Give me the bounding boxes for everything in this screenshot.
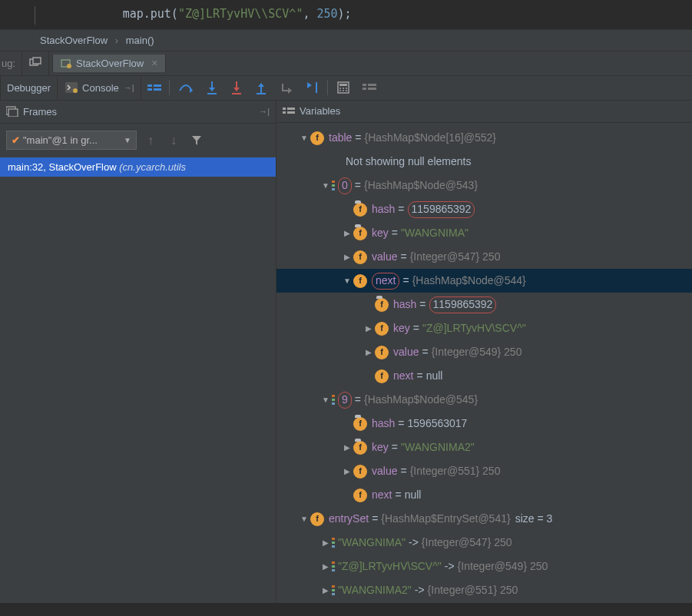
tree-node-hash[interactable]: f hash = 1596563017 bbox=[276, 412, 692, 436]
svg-rect-31 bbox=[283, 108, 286, 110]
tree-node-next[interactable]: f next = null bbox=[276, 364, 692, 388]
svg-rect-7 bbox=[147, 88, 152, 91]
expand-icon[interactable] bbox=[320, 585, 332, 596]
var-value: null bbox=[405, 488, 422, 503]
tree-node-entryset[interactable]: f entrySet = {HashMap$EntrySet@541} size… bbox=[276, 507, 692, 531]
debug-run-tab[interactable]: StackOverFlow × bbox=[52, 55, 166, 72]
run-to-cursor-icon bbox=[306, 81, 320, 94]
tree-node-entry[interactable]: "Z@]LRTyvHV\SCV^" -> {Integer@549} 250 bbox=[276, 555, 692, 578]
force-step-into-button[interactable] bbox=[224, 75, 249, 100]
field-icon: f bbox=[375, 298, 389, 312]
tree-node-next[interactable]: f next = null bbox=[276, 483, 692, 507]
filter-button[interactable] bbox=[187, 131, 206, 150]
var-size: size = 3 bbox=[515, 512, 553, 527]
stack-frame-main: main:32, StackOverFlow bbox=[8, 161, 117, 173]
var-value: "Z@]LRTyvHV\SCV^" bbox=[422, 321, 526, 336]
expand-icon[interactable] bbox=[320, 561, 332, 572]
tree-node-hash[interactable]: f hash = 1159865392 bbox=[276, 293, 692, 316]
window-icon[interactable] bbox=[22, 51, 49, 75]
tree-node-next-selected[interactable]: f next = {HashMap$Node@544} bbox=[276, 269, 692, 293]
var-value: 1596563017 bbox=[408, 416, 468, 432]
var-name: value bbox=[372, 250, 397, 265]
expand-icon[interactable] bbox=[363, 347, 375, 358]
expand-icon[interactable] bbox=[341, 442, 353, 453]
expand-icon[interactable] bbox=[341, 276, 353, 286]
tab-debugger-label: Debugger bbox=[7, 82, 51, 94]
breadcrumb-class[interactable]: StackOverFlow bbox=[40, 35, 108, 46]
trace-icon bbox=[363, 82, 376, 93]
tree-node-key[interactable]: f key = "WANGNIMA2" bbox=[276, 436, 692, 459]
tree-node-table[interactable]: f table = {HashMap$Node[16]@552} bbox=[276, 126, 692, 150]
svg-rect-27 bbox=[368, 84, 376, 86]
layout-icon bbox=[147, 82, 161, 93]
tree-node-value[interactable]: f value = {Integer@549} 250 bbox=[276, 340, 692, 364]
breadcrumb-method[interactable]: main() bbox=[126, 35, 154, 46]
tab-debugger[interactable]: Debugger bbox=[0, 75, 58, 100]
force-step-into-icon bbox=[230, 81, 243, 94]
var-value: 1159865392 bbox=[408, 201, 475, 218]
expand-icon[interactable] bbox=[341, 228, 353, 239]
field-icon: f bbox=[375, 369, 389, 383]
svg-rect-34 bbox=[287, 111, 295, 114]
field-icon: f bbox=[353, 488, 367, 502]
tree-node-entry[interactable]: "WANGNIMA2" -> {Integer@551} 250 bbox=[276, 578, 692, 602]
step-over-button[interactable] bbox=[172, 75, 200, 100]
expand-icon[interactable] bbox=[341, 252, 353, 263]
step-over-icon bbox=[178, 81, 194, 94]
array-index-icon bbox=[332, 180, 335, 190]
expand-icon[interactable] bbox=[320, 538, 332, 548]
svg-rect-18 bbox=[339, 84, 347, 86]
close-icon[interactable]: × bbox=[151, 58, 157, 68]
tree-node-entry[interactable]: "WANGNIMA" -> {Integer@547} 250 bbox=[276, 531, 692, 555]
tree-node-index-9[interactable]: 9 = {HashMap$Node@545} bbox=[276, 388, 692, 412]
expand-icon[interactable] bbox=[341, 466, 353, 477]
thread-selector[interactable]: ✔ "main"@1 in gr... ▼ bbox=[6, 131, 137, 150]
field-icon: f bbox=[353, 203, 367, 217]
step-out-icon bbox=[255, 81, 267, 94]
tree-node-key[interactable]: f key = "WANGNIMA" bbox=[276, 221, 692, 245]
entry-value: {Integer@547} 250 bbox=[422, 535, 512, 551]
code-editor-slice: map.put("Z@]LRTyvHV\\SCV^", 250); bbox=[0, 0, 692, 30]
run-icon bbox=[61, 58, 71, 68]
var-name: key bbox=[372, 226, 389, 241]
frame-down-button[interactable]: ↓ bbox=[164, 131, 183, 150]
tree-node-hash[interactable]: f hash = 1159865392 bbox=[276, 197, 692, 221]
tree-node-value[interactable]: f value = {Integer@547} 250 bbox=[276, 245, 692, 269]
tree-node-index-0[interactable]: 0 = {HashMap$Node@543} bbox=[276, 174, 692, 197]
step-into-button[interactable] bbox=[200, 75, 224, 100]
expand-icon[interactable] bbox=[298, 133, 310, 144]
array-index-icon bbox=[332, 395, 335, 405]
step-out-button[interactable] bbox=[249, 75, 273, 100]
var-value: "WANGNIMA2" bbox=[401, 440, 475, 455]
frames-controls: ✔ "main"@1 in gr... ▼ ↑ ↓ bbox=[0, 124, 276, 157]
run-to-cursor-button[interactable] bbox=[300, 75, 326, 100]
svg-rect-30 bbox=[8, 109, 18, 117]
var-value: "WANGNIMA" bbox=[401, 226, 469, 241]
tree-node-info: Not showing null elements bbox=[276, 150, 692, 174]
field-icon: f bbox=[353, 441, 367, 455]
tree-node-key[interactable]: f key = "Z@]LRTyvHV\SCV^" bbox=[276, 316, 692, 340]
evaluate-button[interactable] bbox=[330, 75, 356, 100]
pin-icon[interactable]: →| bbox=[124, 83, 134, 92]
toolbar-layout-button[interactable] bbox=[141, 75, 167, 100]
arrow-label: -> bbox=[412, 583, 428, 598]
expand-icon[interactable] bbox=[320, 395, 332, 406]
var-value: {HashMap$Node@544} bbox=[412, 273, 526, 289]
code-line: map.put("Z@]LRTyvHV\\SCV^", 250); bbox=[46, 7, 352, 21]
trace-button[interactable] bbox=[356, 75, 382, 100]
expand-icon[interactable] bbox=[298, 514, 310, 525]
tab-console[interactable]: Console →| bbox=[58, 75, 141, 100]
drop-frame-button[interactable] bbox=[273, 75, 300, 100]
array-index-icon bbox=[332, 561, 335, 571]
breadcrumb[interactable]: StackOverFlow › main() bbox=[0, 30, 692, 51]
field-icon: f bbox=[353, 465, 367, 479]
check-icon: ✔ bbox=[12, 134, 20, 146]
chevron-right-icon: › bbox=[111, 35, 123, 46]
expand-icon[interactable] bbox=[363, 323, 375, 334]
frame-up-button[interactable]: ↑ bbox=[141, 131, 160, 150]
restore-layout-icon[interactable]: →| bbox=[259, 107, 270, 116]
variables-tree[interactable]: f table = {HashMap$Node[16]@552} Not sho… bbox=[276, 123, 692, 602]
tree-node-value[interactable]: f value = {Integer@551} 250 bbox=[276, 459, 692, 483]
expand-icon[interactable] bbox=[320, 180, 332, 191]
stack-frame-row[interactable]: main:32, StackOverFlow (cn.ycarch.utils bbox=[0, 157, 276, 177]
